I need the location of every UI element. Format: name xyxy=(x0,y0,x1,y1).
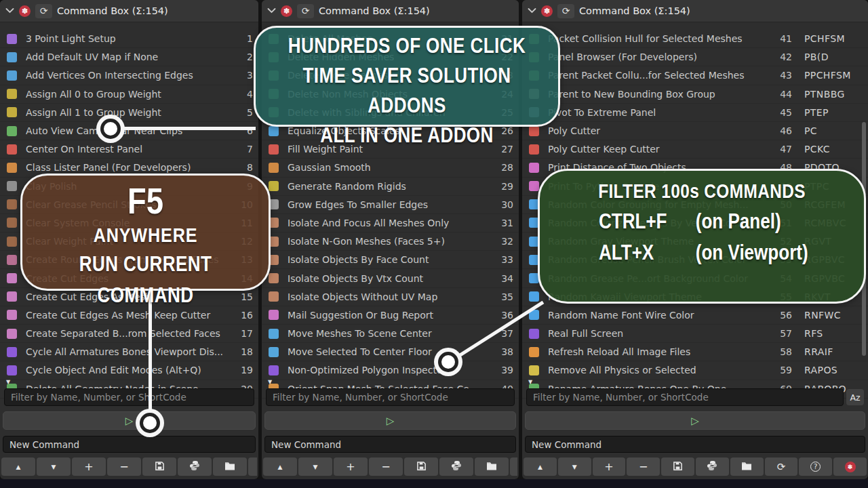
chevron-down-icon[interactable] xyxy=(5,8,14,14)
move-up-button[interactable]: ▲ xyxy=(263,458,297,476)
expand-list-arrow[interactable]: ▼ xyxy=(6,379,10,386)
command-color-swatch[interactable] xyxy=(7,365,17,375)
command-color-swatch[interactable] xyxy=(269,181,279,191)
python-script-button[interactable] xyxy=(178,458,212,476)
command-row[interactable]: Assign All 1 to Group Weight 5 xyxy=(0,104,258,122)
command-row[interactable]: Assign All 0 to Group Weight 4 xyxy=(0,85,258,104)
run-command-button[interactable]: ▷ xyxy=(3,411,256,430)
reload-button[interactable]: ⟳ xyxy=(248,458,257,476)
reload-button[interactable]: ⟳ xyxy=(765,458,798,476)
command-row[interactable]: Cycle All Armatures Bones Viewport Dis..… xyxy=(0,343,258,361)
python-script-button[interactable] xyxy=(696,458,729,476)
command-color-swatch[interactable] xyxy=(529,365,539,375)
help-button[interactable]: ? xyxy=(799,458,832,476)
remove-command-button[interactable]: − xyxy=(107,458,141,476)
save-button[interactable] xyxy=(661,458,694,476)
command-row[interactable]: Isolate And Focus All Meshes Only 31 xyxy=(262,214,519,232)
command-color-swatch[interactable] xyxy=(7,291,17,302)
move-down-button[interactable]: ▼ xyxy=(298,458,332,476)
command-color-swatch[interactable] xyxy=(7,52,17,62)
run-command-button[interactable]: ▷ xyxy=(264,411,516,430)
command-row[interactable]: 3 Point Light Setup 1 xyxy=(0,30,258,48)
command-color-swatch[interactable] xyxy=(7,181,17,191)
command-color-swatch[interactable] xyxy=(529,291,539,302)
open-folder-button[interactable] xyxy=(475,458,509,476)
python-script-button[interactable] xyxy=(439,458,473,476)
move-down-button[interactable]: ▼ xyxy=(37,458,71,476)
command-color-swatch[interactable] xyxy=(269,163,279,173)
command-color-swatch[interactable] xyxy=(529,347,539,357)
command-color-swatch[interactable] xyxy=(269,144,279,155)
remove-command-button[interactable]: − xyxy=(369,458,403,476)
add-command-button[interactable]: + xyxy=(593,458,626,476)
command-color-swatch[interactable] xyxy=(7,199,17,209)
new-command-input[interactable] xyxy=(264,436,516,453)
command-color-swatch[interactable] xyxy=(7,273,17,283)
add-command-button[interactable]: + xyxy=(334,458,368,476)
save-button[interactable] xyxy=(142,458,176,476)
command-row[interactable]: Auto View Camera Far Near Clips 6 xyxy=(0,122,258,140)
command-row[interactable]: Move Selected To Center Floor 38 xyxy=(262,343,519,361)
command-row[interactable]: Gaussian Smooth 28 xyxy=(262,159,519,177)
filter-input[interactable] xyxy=(526,388,844,406)
command-row[interactable]: Isolate Objects Without UV Map 35 xyxy=(262,288,519,306)
command-color-swatch[interactable] xyxy=(269,365,279,375)
command-row[interactable]: Center On Interest Panel 7 xyxy=(0,140,258,159)
command-row[interactable]: Parent Packet Collu...for Selected Meshe… xyxy=(522,66,868,85)
reload-button[interactable]: ⟳ xyxy=(510,458,517,476)
filter-input[interactable] xyxy=(266,388,515,406)
addon-button[interactable]: ✽ xyxy=(833,458,867,476)
filter-input[interactable] xyxy=(4,388,254,406)
command-row[interactable]: Parent to New Bounding Box Group 44 PTNB… xyxy=(522,85,868,104)
command-row[interactable]: Refresh Reload All Image Files 58 RRAIF xyxy=(522,343,868,361)
command-row[interactable]: Real Full Screen 57 RFS xyxy=(522,325,868,343)
command-color-swatch[interactable] xyxy=(269,329,279,339)
command-color-swatch[interactable] xyxy=(7,89,17,99)
command-row[interactable]: Add Default UV Map if None 2 xyxy=(0,48,258,66)
command-row[interactable]: Poly Cutter Keep Cutter 47 PCKC xyxy=(522,140,868,159)
expand-list-arrow[interactable]: ▼ xyxy=(528,379,532,386)
command-row[interactable]: Generate Random Rigids 29 xyxy=(262,178,519,196)
command-color-swatch[interactable] xyxy=(529,181,539,191)
move-up-button[interactable]: ▲ xyxy=(1,458,35,476)
command-color-swatch[interactable] xyxy=(7,126,17,136)
command-color-swatch[interactable] xyxy=(7,237,17,247)
command-color-swatch[interactable] xyxy=(7,218,17,228)
command-row[interactable]: Poly Cutter 46 PC xyxy=(522,122,868,140)
command-color-swatch[interactable] xyxy=(269,310,279,320)
command-color-swatch[interactable] xyxy=(7,255,17,265)
refresh-icon[interactable]: ⟳ xyxy=(35,4,52,18)
command-row[interactable]: Isolate Objects By Vtx Count 34 xyxy=(262,269,519,287)
command-color-swatch[interactable] xyxy=(269,126,279,136)
command-color-swatch[interactable] xyxy=(7,34,17,44)
command-color-swatch[interactable] xyxy=(7,347,17,357)
command-row[interactable]: Packet Collision Hull for Selected Meshe… xyxy=(522,30,868,48)
command-color-swatch[interactable] xyxy=(529,163,539,173)
command-row[interactable]: Panel Browser (For Developers) 42 PB(D xyxy=(522,48,868,66)
command-color-swatch[interactable] xyxy=(269,347,279,357)
move-up-button[interactable]: ▲ xyxy=(524,458,557,476)
command-row[interactable]: Mail Suggestion Or Bug Report 36 xyxy=(262,306,519,325)
save-button[interactable] xyxy=(404,458,438,476)
chevron-down-icon[interactable] xyxy=(528,8,536,14)
command-row[interactable]: Create Separated B...rom Selected Faces … xyxy=(0,325,258,343)
command-row[interactable]: Pivot To Extreme Panel 45 PTEP xyxy=(522,104,868,122)
chevron-down-icon[interactable] xyxy=(267,8,276,14)
new-command-input[interactable] xyxy=(525,436,865,453)
command-row[interactable]: Add Vertices On Intersecting Edges 3 xyxy=(0,66,258,85)
add-command-button[interactable]: + xyxy=(72,458,106,476)
command-color-swatch[interactable] xyxy=(269,291,279,302)
command-color-swatch[interactable] xyxy=(269,273,279,283)
command-row[interactable]: Random Name Font Wire Color 56 RNFWC xyxy=(522,306,868,325)
open-folder-button[interactable] xyxy=(730,458,764,476)
command-row[interactable]: Isolate N-Gon Meshes (Faces 5+) 32 xyxy=(262,232,519,251)
command-color-swatch[interactable] xyxy=(7,70,17,81)
command-color-swatch[interactable] xyxy=(7,144,17,155)
command-color-swatch[interactable] xyxy=(7,107,17,117)
refresh-icon[interactable]: ⟳ xyxy=(297,4,314,18)
command-color-swatch[interactable] xyxy=(7,310,17,320)
run-command-button[interactable]: ▷ xyxy=(525,411,865,430)
expand-list-arrow[interactable]: ▼ xyxy=(268,379,272,386)
command-row[interactable]: Isolate Objects By Face Count 33 xyxy=(262,251,519,269)
move-down-button[interactable]: ▼ xyxy=(558,458,591,476)
